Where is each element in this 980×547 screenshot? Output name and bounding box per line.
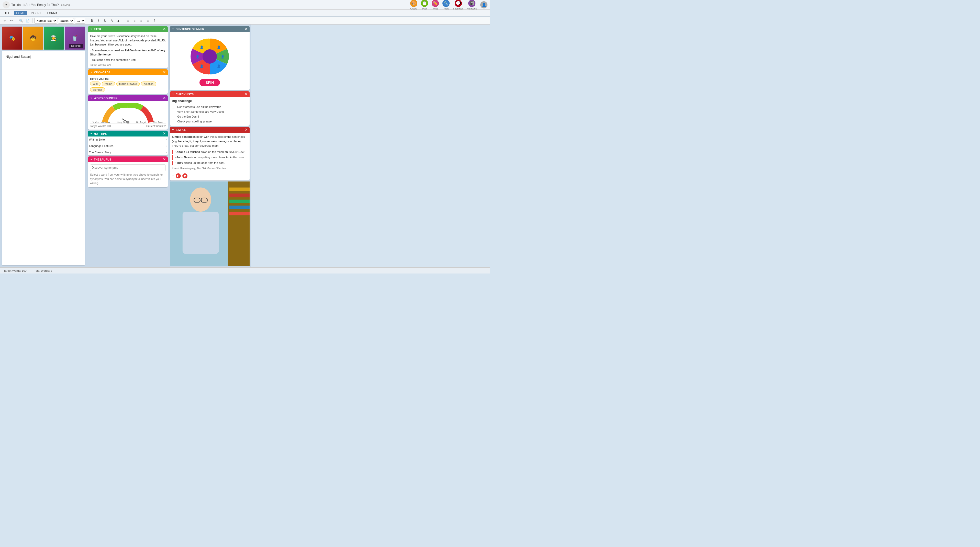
tools-icon: 🔧 [442, 0, 450, 7]
font-color-button[interactable]: A [109, 18, 115, 24]
simple-close-button[interactable]: ✕ [245, 128, 248, 132]
user-avatar[interactable]: 👤 [480, 1, 487, 8]
align-right-button[interactable]: ≡ [138, 18, 144, 24]
spinner-panel-header[interactable]: ▼ SENTENCE SPINNER ✕ [170, 26, 250, 32]
create-icon: 🎨 [410, 0, 417, 7]
top-nav: ✦ Tutorial 1: Are You Ready for This? Sa… [0, 0, 490, 10]
align-justify-button[interactable]: ≡ [145, 18, 151, 24]
wordcount-panel-body: You're Underway Keep Going On Target Red… [88, 101, 168, 130]
toolbar-separator-4 [123, 18, 123, 23]
checklist-checkbox-2[interactable] [172, 110, 175, 113]
task-panel-body: Give me your BEST 6-sentence story based… [88, 32, 168, 68]
spinner-header-label: SENTENCE SPINNER [176, 28, 204, 31]
nav-feedback-button[interactable]: 💬 Feedback [453, 0, 463, 10]
doc-image-2: 🧒 [23, 27, 43, 49]
nav-notebook-button[interactable]: 📓 Notebook [467, 0, 477, 10]
thesaurus-search-input[interactable] [90, 164, 166, 171]
hottips-close-button[interactable]: ✕ [163, 132, 166, 135]
checklists-header-label: CHECKLISTS [176, 93, 194, 96]
font-size-dropdown[interactable]: 12 [75, 18, 85, 24]
task-text: Give me your BEST 6-sentence story based… [90, 34, 166, 47]
svg-point-17 [190, 187, 211, 211]
style-dropdown[interactable]: Normal Text [34, 18, 57, 24]
nav-tools-button[interactable]: 🔧 Tools [442, 0, 450, 10]
menu-home[interactable]: HOME [14, 11, 27, 15]
svg-point-3 [202, 49, 217, 63]
font-dropdown[interactable]: Sabon [58, 18, 74, 24]
video-content [170, 181, 250, 266]
task-text-competition: - You can't enter the competition until [90, 58, 166, 62]
keywords-panel-header[interactable]: ▼ KEYWORDS ✕ [88, 69, 168, 75]
reorder-button[interactable]: Re-order [69, 44, 83, 48]
checklist-item-2: Very Short Sentences are Very Useful [172, 109, 248, 114]
bold-button[interactable]: B [89, 18, 95, 24]
menu-insert[interactable]: INSERT [29, 11, 44, 15]
menu-file[interactable]: fILE [3, 11, 13, 15]
keywords-list: wild recipe fudge brownie goldfish blend… [90, 82, 166, 92]
simple-play-button[interactable]: ▶ [176, 173, 181, 178]
spinner-close-button[interactable]: ✕ [245, 27, 248, 31]
checklists-close-button[interactable]: ✕ [245, 92, 248, 96]
doc-image-3: 👩‍🍳 [44, 27, 64, 49]
thesaurus-panel-header[interactable]: ▼ THESAURUS ✕ [88, 157, 168, 162]
align-center-button[interactable]: ≡ [132, 18, 137, 24]
write-icon: ✏️ [432, 0, 439, 7]
spinner-panel: ▼ SENTENCE SPINNER ✕ [170, 26, 250, 90]
italic-button[interactable]: I [95, 18, 101, 24]
simple-record-button[interactable]: ⏺ [182, 173, 188, 178]
paragraph-button[interactable]: ¶ [152, 18, 157, 24]
notebook-icon: 📓 [468, 0, 476, 7]
checklist-label-2: Very Short Sentences are Very Useful [177, 110, 224, 113]
spinner-collapse-icon: ▼ [172, 28, 174, 30]
keyword-recipe: recipe [102, 82, 115, 86]
nav-plan-button[interactable]: 📋 Plan [421, 0, 428, 10]
hot-tip-writing-style[interactable]: Writing Style › [88, 136, 168, 143]
zoom-button[interactable]: 🔍 [18, 18, 24, 24]
align-left-button[interactable]: ≡ [125, 18, 131, 24]
svg-rect-13 [229, 193, 250, 197]
checklist-checkbox-4[interactable] [172, 120, 175, 123]
svg-text:👤: 👤 [196, 55, 199, 59]
keywords-header-label: KEYWORDS [94, 71, 110, 74]
svg-rect-18 [183, 212, 219, 254]
document-page[interactable]: Nigel and Susan| [2, 51, 85, 265]
highlight-button[interactable]: ▲ [116, 18, 121, 24]
thesaurus-panel-body: Select a word from your writing or type … [88, 162, 168, 187]
menu-format[interactable]: FORMAT [45, 11, 62, 15]
nav-create-button[interactable]: 🎨 Create [410, 0, 417, 10]
simple-attribution: Ernest Hemmingway, The Old Man and the S… [172, 166, 248, 171]
underline-button[interactable]: U [102, 18, 108, 24]
svg-rect-12 [229, 187, 250, 191]
wordcount-panel-header[interactable]: ▼ WORD COUNTER ✕ [88, 95, 168, 101]
keywords-close-button[interactable]: ✕ [163, 70, 166, 74]
checklist-checkbox-3[interactable] [172, 115, 175, 118]
video-person [170, 181, 250, 266]
task-text-em: - Somewhere, you need an EM-Dash sentenc… [90, 48, 166, 57]
redo-button[interactable]: ↪ [9, 18, 14, 24]
simple-example-2: • John Ness is a compelling main charact… [172, 155, 248, 160]
undo-button[interactable]: ↩ [2, 18, 8, 24]
spin-button[interactable]: SPIN [199, 79, 220, 86]
page-view-button[interactable]: 📄 [25, 18, 30, 24]
hot-tip-language-features[interactable]: Language Features › [88, 143, 168, 149]
hottips-panel-header[interactable]: ▼ HOT TIPS ✕ [88, 131, 168, 136]
task-panel-header[interactable]: ▼ TASK ✕ [88, 26, 168, 32]
checklist-checkbox-1[interactable] [172, 105, 175, 108]
simple-panel-header[interactable]: ▼ SIMPLE ✕ [170, 127, 250, 133]
keyword-goldfish: goldfish [141, 82, 156, 86]
nav-write-button[interactable]: ✏️ Write [432, 0, 439, 10]
checklist-item-3: Go the Em-Dash! [172, 114, 248, 119]
task-collapse-icon: ▼ [90, 28, 92, 30]
hot-tip-classic-story[interactable]: The Classic Story › [88, 149, 168, 155]
app-logo: ✦ [3, 1, 10, 8]
feedback-icon: 💬 [455, 0, 462, 7]
svg-rect-15 [229, 206, 250, 209]
simple-collapse-icon: ▼ [172, 128, 174, 131]
simple-footer: ✓ ▶ ⏺ [172, 172, 248, 178]
wordcount-close-button[interactable]: ✕ [163, 96, 166, 100]
task-close-button[interactable]: ✕ [163, 27, 166, 31]
thesaurus-close-button[interactable]: ✕ [163, 157, 166, 161]
simple-header-label: SIMPLE [176, 128, 186, 132]
checklists-panel-header[interactable]: ▼ CHECKLISTS ✕ [170, 91, 250, 97]
keywords-intro: Here's your list! [90, 77, 166, 80]
